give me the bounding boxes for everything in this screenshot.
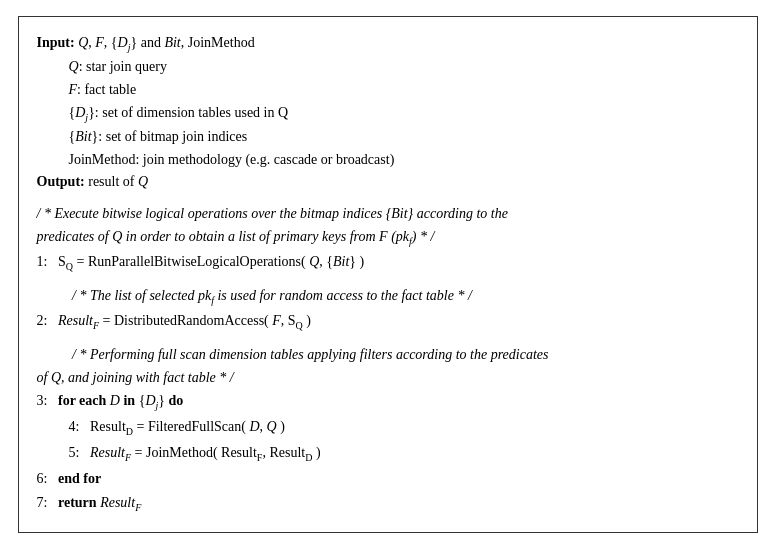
algorithm-box: Input: Q, F, {Dj} and Bit, JoinMethod Q:… [18, 16, 758, 533]
input-params: Q, F, {Dj} and Bit, JoinMethod [78, 35, 255, 50]
f-desc: : fact table [77, 82, 136, 97]
dj-desc-line: {Dj}: set of dimension tables used in Q [37, 102, 739, 125]
step3-code: for each D in {Dj} do [58, 393, 183, 408]
comment3-line1: / * Performing full scan dimension table… [37, 344, 739, 366]
q-desc-line: Q: star join query [37, 56, 739, 78]
comment2-line: / * The list of selected pkf is used for… [37, 285, 739, 308]
comment1-text1: / * Execute bitwise logical operations o… [37, 206, 508, 221]
comment1-line2: predicates of Q in order to obtain a lis… [37, 226, 739, 249]
step7-num: 7: [37, 492, 55, 514]
output-line: Output: result of Q [37, 171, 739, 193]
step7-line: 7: return ResultF [37, 492, 739, 516]
step1-line: 1: SQ = RunParallelBitwiseLogicalOperati… [37, 251, 739, 275]
step2-num: 2: [37, 310, 55, 332]
comment3-line2: of Q, and joining with fact table * / [37, 367, 739, 389]
joinmethod-desc-line: JoinMethod: join methodology (e.g. casca… [37, 149, 739, 171]
dj-desc: {Dj}: set of dimension tables used in Q [69, 105, 289, 120]
step4-line: 4: ResultD = FilteredFullScan( D, Q ) [37, 416, 739, 440]
comment3-text1: / * Performing full scan dimension table… [72, 347, 548, 362]
f-var: F [69, 82, 78, 97]
output-desc: result of Q [88, 174, 148, 189]
step1-num: 1: [37, 251, 55, 273]
step5-num: 5: [69, 442, 87, 464]
step3-line: 3: for each D in {Dj} do [37, 390, 739, 414]
step4-num: 4: [69, 416, 87, 438]
input-line: Input: Q, F, {Dj} and Bit, JoinMethod [37, 32, 739, 55]
joinmethod-desc: JoinMethod: join methodology (e.g. casca… [69, 152, 395, 167]
q-var: Q [69, 59, 79, 74]
step5-code: ResultF = JoinMethod( ResultF, ResultD ) [90, 445, 321, 460]
step2-line: 2: ResultF = DistributedRandomAccess( F,… [37, 310, 739, 334]
bit-desc: {Bit}: set of bitmap join indices [69, 129, 248, 144]
step5-line: 5: ResultF = JoinMethod( ResultF, Result… [37, 442, 739, 466]
comment2-text: / * The list of selected pkf is used for… [72, 288, 472, 303]
step6-line: 6: end for [37, 468, 739, 490]
input-label: Input: [37, 35, 75, 50]
step6-num: 6: [37, 468, 55, 490]
step7-code: return ResultF [58, 495, 141, 510]
step3-num: 3: [37, 390, 55, 412]
output-label: Output: [37, 174, 85, 189]
comment1-line1: / * Execute bitwise logical operations o… [37, 203, 739, 225]
f-desc-line: F: fact table [37, 79, 739, 101]
step6-code: end for [58, 471, 101, 486]
step1-code: SQ = RunParallelBitwiseLogicalOperations… [58, 254, 364, 269]
bit-desc-line: {Bit}: set of bitmap join indices [37, 126, 739, 148]
step2-code: ResultF = DistributedRandomAccess( F, SQ… [58, 313, 311, 328]
step4-code: ResultD = FilteredFullScan( D, Q ) [90, 419, 285, 434]
q-desc: : star join query [79, 59, 167, 74]
comment3-text2: of Q, and joining with fact table * / [37, 370, 234, 385]
comment1-text2: predicates of Q in order to obtain a lis… [37, 229, 435, 244]
